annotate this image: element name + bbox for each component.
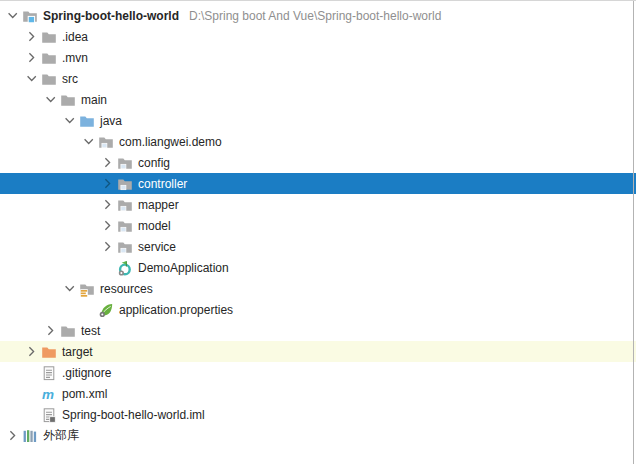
tree-row-controller[interactable]: controller: [0, 173, 636, 194]
excluded-folder-icon: [41, 344, 57, 360]
project-tree: Spring-boot-hello-worldD:\Spring boot An…: [0, 1, 636, 446]
tree-row-application-properties[interactable]: application.properties: [0, 299, 636, 320]
chevron-collapsed-icon[interactable]: [100, 197, 117, 212]
chevron-collapsed-icon[interactable]: [5, 428, 22, 443]
chevron-slot: [81, 302, 98, 317]
tree-item-label: resources: [100, 282, 156, 296]
folder-icon: [60, 92, 76, 108]
tree-item-label: test: [81, 324, 103, 338]
tree-row-gitignore[interactable]: .gitignore: [0, 362, 636, 383]
tree-row-service[interactable]: service: [0, 236, 636, 257]
spring-properties-icon: [98, 302, 114, 318]
package-icon: [117, 239, 133, 255]
tree-item-label: .gitignore: [62, 366, 114, 380]
source-folder-icon: [79, 113, 95, 129]
project-folder-icon: [22, 8, 38, 24]
tree-row-pom-xml[interactable]: mpom.xml: [0, 383, 636, 404]
svg-text:m: m: [42, 386, 54, 401]
tree-item-label: config: [138, 156, 173, 170]
folder-icon: [41, 29, 57, 45]
external-libraries-icon: [22, 428, 38, 444]
maven-icon: m: [41, 386, 57, 402]
tree-item-label: 外部库: [43, 427, 82, 444]
tree-item-label: pom.xml: [62, 387, 110, 401]
text-file-icon: [41, 365, 57, 381]
chevron-expanded-icon[interactable]: [43, 92, 60, 107]
package-icon: [117, 176, 133, 192]
chevron-slot: [24, 407, 41, 422]
tree-row-java[interactable]: java: [0, 110, 636, 131]
tree-item-label: src: [62, 72, 81, 86]
chevron-collapsed-icon[interactable]: [100, 176, 117, 191]
panel-right-border: [633, 1, 634, 464]
tree-row-idea[interactable]: .idea: [0, 26, 636, 47]
tree-row-外部库[interactable]: 外部库: [0, 425, 636, 446]
tree-item-label: Spring-boot-hello-world: [43, 9, 182, 23]
tree-item-label: mapper: [138, 198, 182, 212]
tree-row-target[interactable]: target: [0, 341, 636, 362]
tree-item-label: java: [100, 114, 125, 128]
tree-item-label: controller: [138, 177, 190, 191]
resources-folder-icon: [79, 281, 95, 297]
chevron-collapsed-icon[interactable]: [24, 50, 41, 65]
chevron-collapsed-icon[interactable]: [100, 155, 117, 170]
chevron-collapsed-icon[interactable]: [43, 323, 60, 338]
tree-item-label: target: [62, 345, 96, 359]
tree-item-label: com.liangwei.demo: [119, 135, 225, 149]
tree-row-mvn[interactable]: .mvn: [0, 47, 636, 68]
chevron-expanded-icon[interactable]: [5, 8, 22, 23]
folder-icon: [60, 323, 76, 339]
folder-icon: [41, 50, 57, 66]
folder-icon: [41, 71, 57, 87]
chevron-collapsed-icon[interactable]: [24, 29, 41, 44]
tree-row-src[interactable]: src: [0, 68, 636, 89]
package-icon: [98, 134, 114, 150]
tree-item-label: service: [138, 240, 179, 254]
module-file-icon: [41, 407, 57, 423]
package-icon: [117, 218, 133, 234]
package-icon: [117, 197, 133, 213]
tree-row-spring-boot-hello-world[interactable]: Spring-boot-hello-worldD:\Spring boot An…: [0, 5, 636, 26]
chevron-collapsed-icon[interactable]: [100, 218, 117, 233]
tree-row-demoapplication[interactable]: DemoApplication: [0, 257, 636, 278]
package-icon: [117, 155, 133, 171]
chevron-slot: [24, 365, 41, 380]
chevron-expanded-icon[interactable]: [24, 71, 41, 86]
tree-row-main[interactable]: main: [0, 89, 636, 110]
chevron-expanded-icon[interactable]: [81, 134, 98, 149]
chevron-slot: [100, 260, 117, 275]
tree-item-label: .idea: [62, 30, 91, 44]
spring-boot-class-icon: [117, 260, 133, 276]
tree-row-model[interactable]: model: [0, 215, 636, 236]
project-path-text: D:\Spring boot And Vue\Spring-boot-hello…: [189, 9, 441, 23]
tree-item-label: DemoApplication: [138, 261, 232, 275]
tree-row-spring-boot-hello-world-iml[interactable]: Spring-boot-hello-world.iml: [0, 404, 636, 425]
tree-row-mapper[interactable]: mapper: [0, 194, 636, 215]
tree-item-label: Spring-boot-hello-world.iml: [62, 408, 208, 422]
chevron-collapsed-icon[interactable]: [24, 344, 41, 359]
tree-row-resources[interactable]: resources: [0, 278, 636, 299]
tree-item-label: model: [138, 219, 174, 233]
tree-item-label: main: [81, 93, 110, 107]
chevron-collapsed-icon[interactable]: [100, 239, 117, 254]
tree-item-label: application.properties: [119, 303, 236, 317]
tree-row-config[interactable]: config: [0, 152, 636, 173]
project-tree-panel: Spring-boot-hello-worldD:\Spring boot An…: [0, 0, 636, 464]
chevron-expanded-icon[interactable]: [62, 113, 79, 128]
tree-row-com-liangwei-demo[interactable]: com.liangwei.demo: [0, 131, 636, 152]
tree-row-test[interactable]: test: [0, 320, 636, 341]
chevron-expanded-icon[interactable]: [62, 281, 79, 296]
chevron-slot: [24, 386, 41, 401]
tree-item-label: .mvn: [62, 51, 91, 65]
